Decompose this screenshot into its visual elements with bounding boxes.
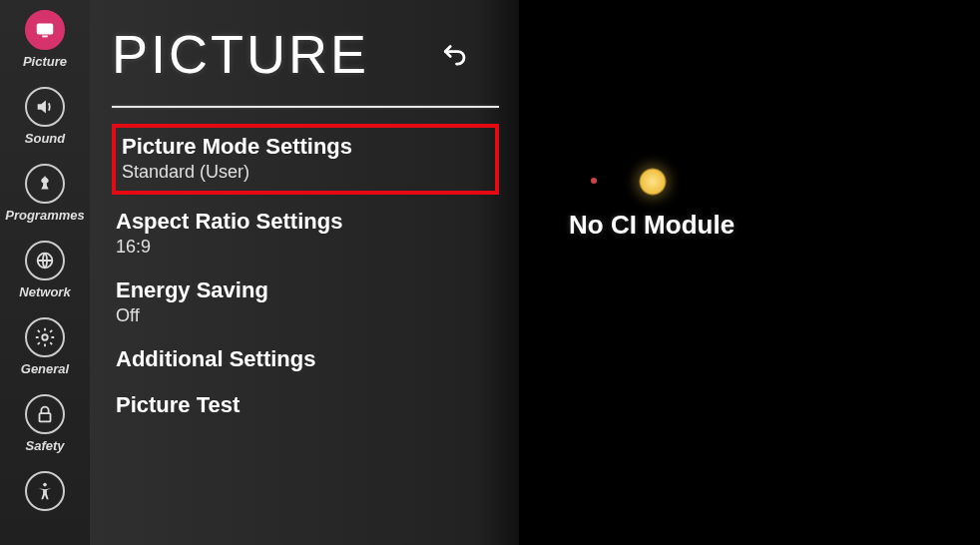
sidebar-item-accessibility[interactable]	[25, 471, 65, 515]
sidebar-item-general[interactable]: General	[21, 317, 69, 376]
sound-icon	[25, 87, 65, 127]
sidebar-item-programmes[interactable]: Programmes	[5, 164, 84, 223]
programmes-icon	[25, 164, 65, 204]
sidebar-item-label: Network	[19, 284, 70, 299]
sidebar-item-label: General	[21, 361, 69, 376]
svg-point-3	[42, 334, 48, 340]
sidebar-item-label: Picture	[23, 54, 67, 69]
sidebar-item-label: Sound	[25, 131, 65, 146]
sidebar-item-label: Safety	[25, 438, 64, 453]
back-icon[interactable]	[439, 39, 469, 69]
svg-point-5	[43, 483, 47, 487]
safety-icon	[25, 394, 65, 434]
panel-title: PICTURE	[112, 23, 369, 85]
sidebar-item-sound[interactable]: Sound	[25, 87, 65, 146]
sidebar-item-picture[interactable]: Picture	[23, 10, 67, 69]
menu-item-sub: Standard (User)	[122, 162, 489, 183]
menu-item-title: Picture Mode Settings	[122, 134, 489, 160]
menu-item-sub: 16:9	[116, 237, 491, 258]
sun-icon	[639, 168, 667, 196]
panel-header: PICTURE	[112, 0, 499, 100]
red-dot-icon	[591, 178, 597, 184]
svg-rect-0	[37, 24, 54, 35]
divider	[112, 106, 499, 108]
settings-panel: PICTURE Picture Mode Settings Standard (…	[90, 0, 519, 545]
sidebar-item-network[interactable]: Network	[19, 241, 70, 299]
general-icon	[25, 317, 65, 357]
menu-item-title: Additional Settings	[116, 346, 491, 372]
accessibility-icon	[25, 471, 65, 511]
settings-sidebar: Picture Sound Programmes Network General…	[0, 0, 90, 545]
menu-item-picture-test[interactable]: Picture Test	[112, 382, 499, 428]
menu-item-title: Energy Saving	[116, 277, 491, 303]
menu-item-title: Aspect Ratio Settings	[116, 209, 491, 235]
sidebar-item-label: Programmes	[5, 208, 84, 223]
svg-rect-4	[40, 413, 51, 421]
menu-list: Picture Mode Settings Standard (User) As…	[112, 124, 499, 428]
menu-item-aspect-ratio[interactable]: Aspect Ratio Settings 16:9	[112, 199, 499, 268]
preview-area: No CI Module	[519, 0, 980, 545]
sidebar-item-safety[interactable]: Safety	[25, 394, 65, 453]
menu-item-additional-settings[interactable]: Additional Settings	[112, 336, 499, 382]
ci-module-message: No CI Module	[569, 210, 735, 241]
menu-item-title: Picture Test	[116, 392, 491, 418]
menu-item-sub: Off	[116, 305, 491, 326]
picture-icon	[25, 10, 65, 50]
svg-rect-1	[42, 36, 48, 38]
menu-item-energy-saving[interactable]: Energy Saving Off	[112, 268, 499, 336]
network-icon	[25, 241, 65, 280]
menu-item-picture-mode[interactable]: Picture Mode Settings Standard (User)	[112, 124, 499, 195]
